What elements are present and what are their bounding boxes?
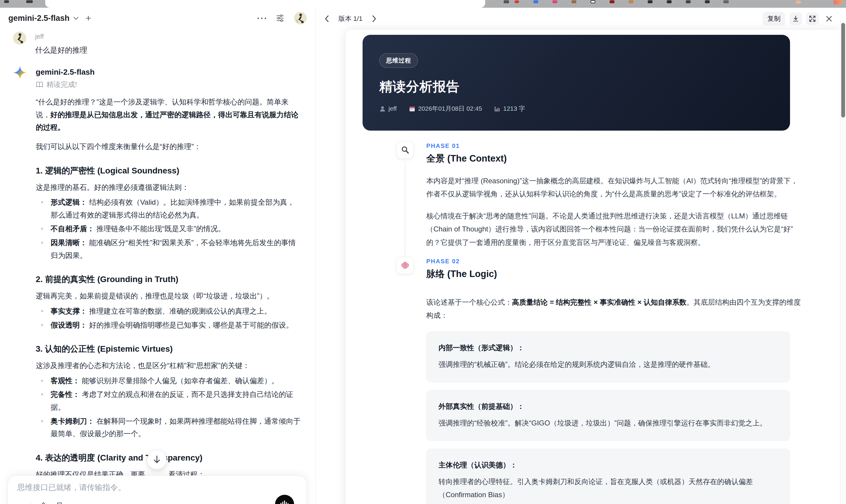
chevron-left-icon [324, 15, 329, 22]
phase-label: PHASE 01 [426, 143, 840, 149]
message-input[interactable] [17, 482, 285, 498]
card-body: 强调推理的“机械正确”。结论必须在给定的规则系统内逻辑自洽，这是推理的硬件基础。 [439, 358, 778, 371]
calendar-icon [409, 105, 416, 112]
card-title: 内部一致性（形式逻辑）： [439, 343, 778, 353]
bullet-item: 完备性： 考虑了对立的观点和潜在的反证，而不是只选择支持自己结论的证据。 [36, 388, 301, 414]
divider [31, 502, 31, 504]
browser-extension-icon[interactable] [533, 0, 538, 3]
phase-paragraph: 本内容是对“推理 (Reasoning)”这一抽象概念的高层建模。在知识爆炸与人… [426, 174, 802, 200]
report-title: 精读分析报告 [379, 78, 773, 95]
bullet-item: 事实支撑： 推理建立在可靠的数据、准确的观测或公认的真理之上。 [36, 305, 301, 318]
version-nav: 版本 1/1 [321, 13, 381, 25]
composer-toolbar: + [17, 501, 64, 504]
card-title: 外部真实性（前提基础）： [439, 402, 778, 411]
browser-extension-icon[interactable] [571, 0, 576, 3]
bullet-item: 客观性： 能够识别并尽量排除个人偏见（如幸存者偏差、确认偏差）。 [36, 375, 301, 388]
phase-section-2: PHASE 02 脉络 (The Logic) 该论述基于一个核心公式：高质量结… [363, 258, 840, 504]
model-selector[interactable]: gemini-2.5-flash [8, 14, 78, 23]
report-word-count: 1213 字 [494, 104, 525, 113]
browser-extension-icon[interactable] [552, 0, 557, 3]
info-card: 主体伦理（认识美德）： 转向推理者的心理特征。引入奥卡姆剃刀和反向论证，旨在克服… [426, 449, 790, 504]
download-button[interactable] [790, 13, 802, 25]
scrollbar[interactable] [840, 20, 846, 504]
phase-paragraph: 核心情境在于解决“思考的随意性”问题。不论是人类通过批判性思维进行决策，还是大语… [426, 210, 802, 249]
download-icon [792, 15, 799, 22]
browser-extension-icon[interactable] [504, 0, 509, 3]
close-icon [826, 16, 832, 22]
section-desc: 这是推理的基石。好的推理必须遵循逻辑法则： [36, 181, 301, 194]
magnifier-icon [401, 145, 410, 155]
scroll-to-bottom-button[interactable] [147, 450, 167, 469]
artifact-actions: 复制 [763, 12, 835, 25]
player-avatar-art [13, 32, 26, 44]
chat-title: gemini-2.5-flash [8, 14, 70, 23]
chat-header: gemini-2.5-flash + [0, 8, 316, 29]
close-button[interactable] [823, 13, 835, 25]
browser-extension-icon[interactable] [4, 0, 9, 3]
copy-button[interactable]: 复制 [763, 12, 785, 25]
section-heading: 3. 认知的公正性 (Epistemic Virtues) [36, 339, 301, 355]
artifact-panel: 版本 1/1 复制 [316, 8, 846, 504]
bullet-item: 假设透明： 好的推理会明确指明哪些是已知事实，哪些是基于可能的假设。 [36, 319, 301, 332]
expand-button[interactable] [806, 13, 818, 25]
chevron-right-icon [372, 15, 376, 22]
user-avatar[interactable] [294, 12, 306, 24]
phase-section-1: PHASE 01 全景 (The Context) 本内容是对“推理 (Reas… [363, 143, 840, 249]
bookmark-icon[interactable] [56, 502, 64, 504]
settings-sliders-icon[interactable] [276, 14, 285, 22]
address-bar[interactable] [45, 0, 485, 8]
report-meta: jeff 2026年01月08日 02:45 [379, 104, 773, 113]
browser-chrome [0, 0, 846, 8]
attach-plus-button[interactable]: + [17, 501, 23, 504]
chevron-down-icon [73, 17, 78, 20]
browser-extension-icon[interactable] [705, 0, 710, 3]
browser-extension-icon[interactable] [591, 0, 595, 3]
bullet-list: 客观性： 能够识别并尽量排除个人偏见（如幸存者偏差、确认偏差）。 完备性： 考虑… [36, 375, 301, 440]
status-line: 精读完成! [36, 80, 301, 89]
skills-diamonds-icon[interactable] [39, 502, 48, 504]
bullet-item: 奥卡姆剃刀： 在解释同一个现象时，如果两种推理都能站得住脚，通常倾向于最简单、假… [36, 415, 301, 440]
section-heading: 2. 前提的真实性 (Grounding in Truth) [36, 270, 301, 285]
report-author: jeff [379, 105, 397, 112]
composer: + [7, 475, 307, 504]
book-icon [36, 81, 43, 88]
browser-extension-icon[interactable] [667, 0, 672, 3]
card-title: 主体伦理（认识美德）： [439, 460, 778, 470]
assistant-message: gemini-2.5-flash 精读完成! “什么是好的推理？”这是一个涉及逻… [13, 66, 301, 496]
assistant-paragraph: “什么是好的推理？”这是一个涉及逻辑学、认知科学和哲学核心的问题。简单来说，好的… [36, 96, 301, 134]
browser-extension-icon[interactable] [833, 0, 842, 4]
section-heading: 4. 表达的透明度 (Clarity and Transparency) [36, 448, 301, 464]
user-name: jeff [35, 32, 301, 40]
next-version-button[interactable] [368, 13, 381, 25]
bar-chart-icon [494, 105, 500, 112]
user-icon [379, 105, 386, 112]
expand-icon [809, 15, 816, 22]
prev-version-button[interactable] [321, 13, 333, 25]
chat-panel: gemini-2.5-flash + [0, 8, 316, 504]
bullet-item: 形式逻辑： 结构必须有效（Valid）。比如演绎推理中，如果前提全部为真，那么通… [36, 196, 301, 221]
phase-paragraph: 该论述基于一个核心公式：高质量结论 = 结构完整性 × 事实准确性 × 认知自律… [426, 296, 802, 322]
browser-extension-icon[interactable] [610, 0, 614, 3]
new-topic-button[interactable]: + [86, 13, 91, 23]
user-message: jeff 什么是好的推理 [13, 32, 301, 55]
phase-title: 全景 (The Context) [426, 152, 840, 165]
browser-extension-icon[interactable] [723, 0, 729, 3]
assistant-name: gemini-2.5-flash [36, 66, 301, 77]
browser-extension-icon[interactable] [686, 0, 691, 3]
player-avatar-art [294, 12, 306, 24]
user-message-text: 什么是好的推理 [35, 45, 301, 55]
more-options-button[interactable] [258, 18, 266, 19]
browser-extension-icon[interactable] [26, 0, 33, 3]
chat-scroll-area[interactable]: jeff 什么是好的推理 gemini-2.5-flash [0, 29, 316, 496]
report-date: 2026年01月08日 02:45 [409, 104, 482, 113]
browser-extension-icon[interactable] [629, 0, 633, 3]
browser-profile-avatar[interactable] [795, 0, 801, 4]
waveform-icon [279, 499, 290, 504]
scrollbar-thumb[interactable] [841, 23, 845, 118]
info-card: 内部一致性（形式逻辑）： 强调推理的“机械正确”。结论必须在给定的规则系统内逻辑… [426, 331, 790, 382]
browser-extension-icon[interactable] [648, 0, 653, 3]
section-desc: 逻辑再完美，如果前提是错误的，推理也是垃圾（即“垃圾进，垃圾出”）。 [36, 290, 301, 303]
phase-icon-badge [396, 257, 414, 274]
phase-icon-badge [396, 141, 414, 159]
browser-extension-icon[interactable] [514, 0, 519, 3]
